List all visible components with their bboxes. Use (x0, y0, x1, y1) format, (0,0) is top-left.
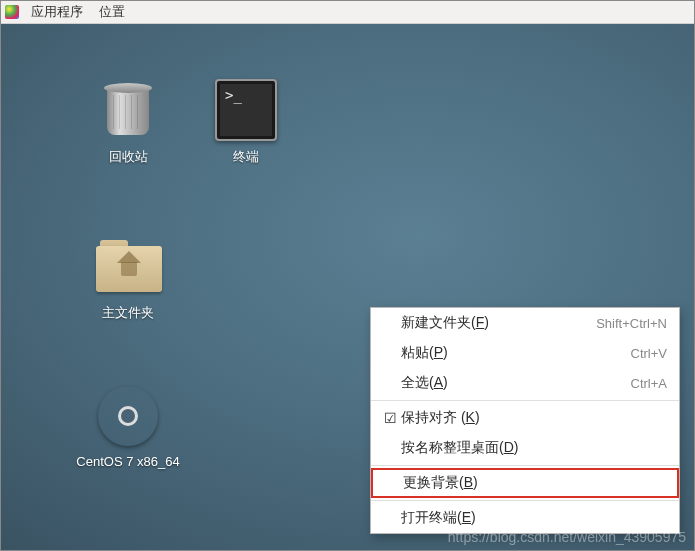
desktop-icon-trash[interactable]: 回收站 (73, 78, 183, 166)
menu-item-label: 新建文件夹(F) (401, 314, 596, 332)
menu-item-label: 按名称整理桌面(D) (401, 439, 667, 457)
icon-label: CentOS 7 x86_64 (73, 454, 183, 469)
menu-locations[interactable]: 位置 (91, 1, 133, 23)
terminal-icon (214, 78, 278, 142)
watermark-text: https://blog.csdn.net/weixin_43905975 (448, 529, 686, 545)
menu-item-label: 更换背景(B) (403, 474, 665, 492)
menu-item-shortcut: Ctrl+V (631, 346, 667, 361)
menu-item-keep-aligned[interactable]: ☑ 保持对齐 (K) (371, 403, 679, 433)
desktop[interactable]: 回收站 终端 主文件夹 CentOS 7 x86_64 新建文件夹(F) Shi… (1, 24, 694, 551)
menu-item-new-folder[interactable]: 新建文件夹(F) Shift+Ctrl+N (371, 308, 679, 338)
desktop-context-menu: 新建文件夹(F) Shift+Ctrl+N 粘贴(P) Ctrl+V 全选(A)… (370, 307, 680, 534)
menu-separator (371, 400, 679, 401)
menu-item-paste[interactable]: 粘贴(P) Ctrl+V (371, 338, 679, 368)
menu-item-shortcut: Shift+Ctrl+N (596, 316, 667, 331)
desktop-icon-disc[interactable]: CentOS 7 x86_64 (73, 384, 183, 469)
menu-separator (371, 465, 679, 466)
desktop-icon-terminal[interactable]: 终端 (191, 78, 301, 166)
menubar: 应用程序 位置 (1, 1, 694, 24)
home-folder-icon (96, 234, 160, 298)
trash-icon (96, 78, 160, 142)
menu-item-select-all[interactable]: 全选(A) Ctrl+A (371, 368, 679, 398)
menu-applications[interactable]: 应用程序 (23, 1, 91, 23)
icon-label: 终端 (191, 148, 301, 166)
checkbox-checked-icon: ☑ (379, 410, 401, 426)
menu-item-shortcut: Ctrl+A (631, 376, 667, 391)
menu-separator (371, 500, 679, 501)
desktop-icon-home-folder[interactable]: 主文件夹 (73, 234, 183, 322)
menu-item-label: 全选(A) (401, 374, 631, 392)
menu-item-label: 打开终端(E) (401, 509, 667, 527)
menu-item-label: 粘贴(P) (401, 344, 631, 362)
system-logo-icon (5, 5, 19, 19)
menu-item-label: 保持对齐 (K) (401, 409, 667, 427)
icon-label: 主文件夹 (73, 304, 183, 322)
cd-disc-icon (96, 384, 160, 448)
icon-label: 回收站 (73, 148, 183, 166)
menu-item-organize-by-name[interactable]: 按名称整理桌面(D) (371, 433, 679, 463)
menu-item-change-background[interactable]: 更换背景(B) (371, 468, 679, 498)
